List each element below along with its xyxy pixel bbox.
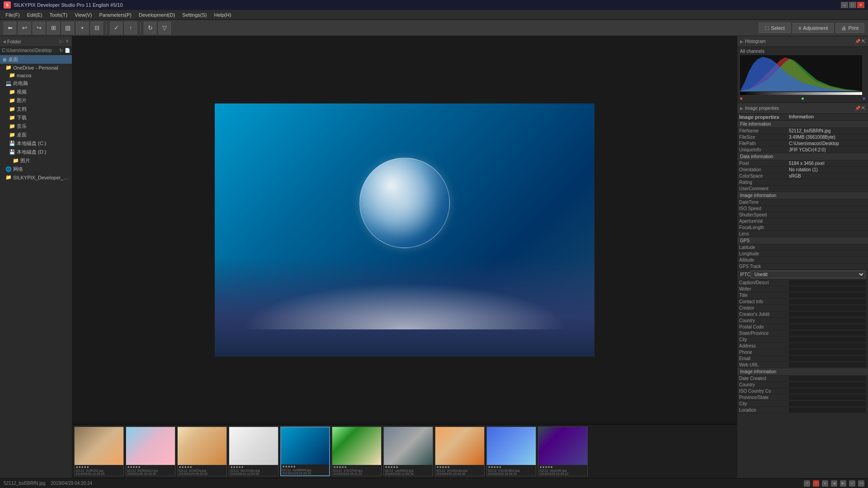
status-icon-1[interactable]: ✕ (804, 480, 810, 487)
writer-input[interactable] (789, 286, 866, 291)
menu-edit[interactable]: Edit(E) (24, 11, 46, 19)
country-input[interactable] (789, 318, 866, 323)
tree-item-docs[interactable]: 📁 文档 (0, 105, 72, 113)
maximize-button[interactable]: □ (849, 2, 856, 8)
orientation-value: No rotation (1) (789, 167, 866, 172)
thumbnail-9[interactable]: ★★★★★ 52112_CKmfU3EA.jpg 2019/04/28 18:0… (486, 427, 536, 476)
datecreated-input[interactable] (789, 376, 866, 381)
img-props-pin-icon[interactable]: 📌 (855, 106, 860, 111)
phone-input[interactable] (789, 350, 866, 355)
thumb-stars-9: ★★★★★ (488, 465, 535, 469)
tree-item-video[interactable]: 📁 视频 (0, 88, 72, 96)
menu-tools[interactable]: Tools(T) (46, 11, 71, 19)
title-input[interactable] (789, 293, 866, 298)
status-icon-5[interactable]: ▶ (840, 480, 846, 487)
toolbar-btn-list[interactable]: ▤ (61, 22, 74, 34)
desktop2-icon: 📁 (9, 132, 15, 138)
tree-item-drive-d[interactable]: 💾 本地磁盘 (D:) (0, 148, 72, 156)
thumbnail-6[interactable]: ★★★★★ 52112_ZiTcZFnK.jpg 2019/04/29 05:4… (332, 427, 382, 476)
toolbar-btn-2[interactable]: ↩ (18, 22, 31, 34)
tree-item-onedrive[interactable]: 📁 OneDrive - Personal (0, 64, 72, 71)
menu-help[interactable]: Help(H) (211, 11, 235, 19)
thumb-date-4: 2019/06/18 12:50:34 (230, 472, 277, 475)
thumbnail-1[interactable]: ★★★★★ 52112_As9KZiZ.jpg 2019/04/30 10:28… (74, 427, 124, 476)
status-icon-4[interactable]: ◀ (831, 480, 837, 487)
menu-settings[interactable]: Settings(S) (179, 11, 210, 19)
colorspace-row: ColorSpace sRGB (737, 173, 868, 179)
sidebar-close-icon[interactable]: ✕ (65, 38, 69, 44)
main-area: ◀ Folder ▷ ✕ C:\Users\macos\Desktop ↻ 📄 … (0, 36, 868, 478)
tree-item-drive-c[interactable]: 💾 本地磁盘 (C:) (0, 139, 72, 148)
thumbnail-4[interactable]: ★★★★★ 52112_BeUOo6e.jpg 2019/06/18 12:50… (229, 427, 278, 476)
folder-refresh-icon[interactable]: ↻ (59, 48, 63, 53)
weburl-input[interactable] (789, 362, 866, 367)
status-redo-icon[interactable]: ↪ (858, 480, 864, 487)
toolbar-btn-3[interactable]: ↪ (33, 22, 45, 34)
thumb-filename-10: 52112_depicifR.jpg (539, 469, 586, 472)
thumbnail-8[interactable]: ★★★★★ 52112_c0OAQs3a.jpg 2019/04/30 10:4… (435, 427, 485, 476)
caption-input[interactable] (789, 280, 866, 285)
folder-new-icon[interactable]: 📄 (65, 48, 70, 53)
sidebar-title: Folder (7, 39, 21, 44)
histogram-expand2-icon[interactable]: ⇱ (862, 39, 865, 44)
postalcode-input[interactable] (789, 324, 866, 329)
status-icon-2[interactable]: ✕ (813, 480, 819, 487)
close-button[interactable]: ✕ (857, 2, 864, 8)
toolbar-btn-filter[interactable]: ▽ (158, 22, 171, 34)
menu-file[interactable]: File(F) (2, 11, 24, 19)
thumbnail-10[interactable]: ★★★★★ 52112_depicifR.jpg 2019/04/29 02:0… (538, 427, 588, 476)
tree-item-macos[interactable]: 📁 macos (0, 71, 72, 79)
histogram-section: ▶ Histogram 📌 ⇱ All channels (737, 36, 868, 103)
isocountry-input[interactable] (789, 389, 866, 394)
menu-parameters[interactable]: Parameters(P) (95, 11, 135, 19)
tree-item-desktop[interactable]: 🖥 桌面 (0, 55, 72, 64)
shutterspeed-label: ShutterSpeed (739, 212, 789, 217)
tree-item-pics-sub[interactable]: 📁 图片 (0, 156, 72, 165)
tree-item-desktop2[interactable]: 📁 桌面 (0, 131, 72, 139)
toolbar-btn-arrow[interactable]: ↑ (124, 22, 137, 34)
location-input[interactable] (789, 408, 866, 413)
menu-view[interactable]: View(V) (71, 11, 95, 19)
contactinfo-input[interactable] (789, 299, 866, 304)
toolbar-btn-single[interactable]: ▪ (76, 22, 89, 34)
toolbar-btn-check[interactable]: ✓ (110, 22, 123, 34)
tree-item-network[interactable]: 🌐 网络 (0, 165, 72, 174)
histogram-pin-icon[interactable]: 📌 (855, 39, 860, 44)
toolbar-btn-rotate[interactable]: ↻ (144, 22, 156, 34)
thumbnail-5-active[interactable]: ★★★★★ 52112_bsI5BRfN.jpg 2019/04/29 04:2… (280, 427, 330, 476)
thumb-meta-1: ★★★★★ 52112_As9KZiZ.jpg 2019/04/30 10:28… (75, 465, 123, 476)
status-undo-icon[interactable]: ↩ (849, 480, 855, 487)
iptc-unedit-select[interactable]: Unedit (750, 271, 865, 278)
toolbar-btn-compare[interactable]: ⊟ (90, 22, 103, 34)
provincestate-input[interactable] (789, 395, 866, 400)
print-button[interactable]: 🖨 Print (835, 23, 864, 33)
select-button[interactable]: ⬚ Select (759, 23, 791, 33)
menu-development[interactable]: Development(D) (135, 11, 179, 19)
toolbar-btn-grid[interactable]: ⊞ (47, 22, 60, 34)
thumb-stars-1: ★★★★★ (75, 465, 123, 469)
country2-input[interactable] (789, 382, 866, 387)
status-icon-3[interactable]: ● (822, 480, 828, 487)
creatorsjobtit-input[interactable] (789, 312, 866, 317)
adjustment-button[interactable]: ≡ Adjustment (793, 23, 834, 33)
city2-input[interactable] (789, 401, 866, 406)
toolbar-btn-1[interactable]: ⬅ (4, 22, 16, 34)
sidebar-collapse-icon[interactable]: ▷ (60, 38, 63, 44)
address-input[interactable] (789, 343, 866, 348)
thumbnail-2[interactable]: ★★★★★ 52112_B82M2p2J.jpg 2020/01/06 16:4… (126, 427, 175, 476)
minimize-button[interactable]: ─ (841, 2, 848, 8)
altitude-label: Altitude (739, 258, 789, 263)
img-props-expand2-icon[interactable]: ⇱ (862, 106, 865, 111)
creator-input[interactable] (789, 305, 866, 310)
tree-item-downloads[interactable]: 📁 下载 (0, 113, 72, 122)
tree-item-music[interactable]: 📁 音乐 (0, 122, 72, 131)
thumbnail-7[interactable]: ★★★★★ 52112_caoRilQd.jpg 2019/04/30 11:0… (383, 427, 433, 476)
tree-item-pictures[interactable]: 📁 图片 (0, 96, 72, 105)
stateprovince-input[interactable] (789, 331, 866, 336)
thumbnail-3[interactable]: ★★★★★ 52112_bCblC0y.jpg 2019/04/29 06:02… (177, 427, 227, 476)
city-input[interactable] (789, 337, 866, 342)
email-input[interactable] (789, 356, 866, 361)
city-row: City (737, 337, 868, 343)
tree-item-thispc[interactable]: 💻 此电脑 (0, 79, 72, 88)
tree-item-silkypix[interactable]: 📁 SILKYPIX_Developer_Stu... (0, 174, 72, 181)
